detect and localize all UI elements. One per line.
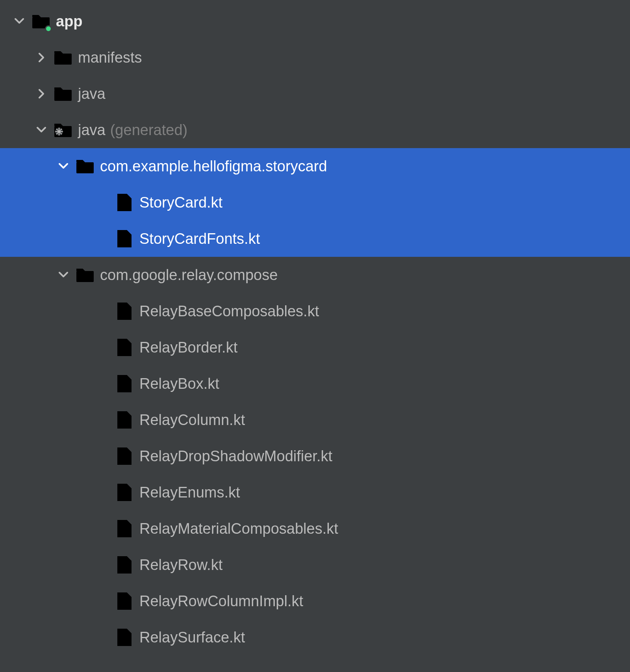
tree-item-file[interactable]: RelayBorder.kt [0, 329, 630, 366]
kotlin-file-icon [115, 193, 134, 212]
folder-icon [54, 84, 72, 103]
module-icon [32, 12, 50, 31]
package-icon [76, 157, 94, 176]
tree-item-suffix: (generated) [110, 122, 187, 139]
package-icon [76, 265, 94, 284]
tree-item-label: StoryCardFonts.kt [139, 230, 260, 247]
tree-item-label: RelayBaseComposables.kt [139, 303, 319, 320]
tree-item-file[interactable]: RelayMaterialComposables.kt [0, 510, 630, 547]
folder-icon [54, 48, 72, 67]
kotlin-file-icon [115, 410, 134, 429]
tree-item-file[interactable]: RelayDropShadowModifier.kt [0, 438, 630, 474]
tree-item-java-generated[interactable]: java (generated) [0, 112, 630, 148]
tree-item-label: StoryCard.kt [139, 194, 222, 211]
tree-item-label: RelayMaterialComposables.kt [139, 520, 338, 537]
tree-item-file[interactable]: RelayRowColumnImpl.kt [0, 583, 630, 619]
tree-item-label: RelayColumn.kt [139, 412, 245, 429]
tree-item-file[interactable]: StoryCardFonts.kt [0, 221, 630, 257]
kotlin-file-icon [115, 519, 134, 538]
tree-item-label: java [78, 85, 106, 102]
chevron-down-icon [58, 162, 69, 171]
tree-item-manifests[interactable]: manifests [0, 39, 630, 76]
tree-item-label: RelaySurface.kt [139, 629, 245, 646]
tree-item-label: app [56, 13, 83, 30]
kotlin-file-icon [115, 592, 134, 611]
chevron-right-icon [36, 53, 46, 62]
tree-item-package-storycard[interactable]: com.example.hellofigma.storycard [0, 148, 630, 184]
run-indicator-dot [45, 25, 52, 32]
kotlin-file-icon [115, 302, 134, 321]
chevron-down-icon [14, 17, 24, 26]
tree-item-label: manifests [78, 49, 142, 66]
tree-item-label: RelayRowColumnImpl.kt [139, 593, 303, 610]
kotlin-file-icon [115, 338, 134, 357]
tree-item-file[interactable]: RelayRow.kt [0, 547, 630, 583]
kotlin-file-icon [115, 628, 134, 647]
project-tree: app manifests java java (generated) [0, 0, 630, 655]
kotlin-file-icon [115, 229, 134, 248]
tree-item-file[interactable]: RelayBox.kt [0, 366, 630, 402]
tree-item-label: RelayBox.kt [139, 375, 219, 392]
kotlin-file-icon [115, 374, 134, 393]
generated-folder-icon [54, 121, 72, 139]
tree-item-module-app[interactable]: app [0, 3, 630, 39]
tree-item-file[interactable]: StoryCard.kt [0, 184, 630, 221]
tree-item-label: RelayBorder.kt [139, 339, 237, 356]
tree-item-java[interactable]: java [0, 76, 630, 112]
tree-item-label: com.example.hellofigma.storycard [100, 158, 327, 175]
tree-item-package-relay[interactable]: com.google.relay.compose [0, 257, 630, 293]
tree-item-label: RelayEnums.kt [139, 484, 240, 501]
tree-item-file[interactable]: RelayColumn.kt [0, 402, 630, 438]
chevron-right-icon [36, 89, 46, 98]
tree-item-file[interactable]: RelaySurface.kt [0, 619, 630, 655]
tree-item-label: RelayDropShadowModifier.kt [139, 448, 332, 465]
tree-item-file[interactable]: RelayEnums.kt [0, 474, 630, 510]
kotlin-file-icon [115, 483, 134, 502]
tree-item-label: java [78, 122, 106, 139]
tree-item-label: RelayRow.kt [139, 557, 222, 574]
chevron-down-icon [58, 270, 69, 280]
kotlin-file-icon [115, 447, 134, 466]
tree-item-file[interactable]: RelayBaseComposables.kt [0, 293, 630, 329]
kotlin-file-icon [115, 555, 134, 574]
chevron-down-icon [36, 125, 46, 135]
tree-item-label: com.google.relay.compose [100, 267, 278, 284]
